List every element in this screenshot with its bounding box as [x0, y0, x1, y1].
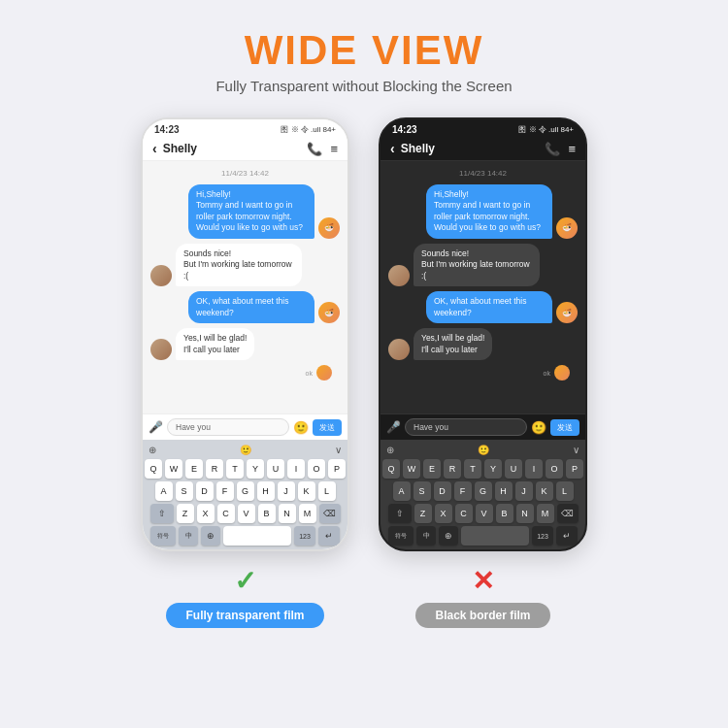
- key-symbol[interactable]: 符号: [150, 526, 176, 546]
- key-backspace-r[interactable]: ⌫: [557, 504, 579, 523]
- input-area-right: 🎤 Have you 🙂 发送: [381, 414, 585, 440]
- key-x[interactable]: X: [197, 504, 215, 523]
- kb-sticker-icon[interactable]: ⊕: [149, 445, 156, 455]
- mic-icon-right[interactable]: 🎤: [386, 420, 401, 434]
- key-g[interactable]: G: [237, 481, 254, 501]
- key-space[interactable]: [223, 526, 291, 546]
- back-arrow-left[interactable]: ‹: [152, 141, 157, 156]
- key-t-r[interactable]: T: [464, 459, 481, 479]
- ok-label-right: ok: [544, 370, 550, 377]
- key-m[interactable]: M: [299, 504, 316, 523]
- key-q-r[interactable]: Q: [382, 459, 400, 479]
- kb-row-1-right: Q W E R T Y U I O P: [382, 459, 583, 479]
- phone-icon-right[interactable]: 📞: [545, 142, 560, 156]
- key-z[interactable]: Z: [177, 504, 194, 523]
- key-r[interactable]: R: [206, 459, 223, 479]
- chat-header-right-info: ‹ Shelly: [390, 141, 435, 156]
- kb-emoji-icon[interactable]: 🙂: [240, 445, 251, 455]
- key-z-r[interactable]: Z: [414, 504, 432, 523]
- key-g-r[interactable]: G: [475, 481, 492, 501]
- key-shift[interactable]: ⇧: [150, 504, 174, 523]
- key-r-r[interactable]: R: [444, 459, 461, 479]
- key-mic-kb-r[interactable]: ⊕: [439, 526, 458, 546]
- key-v[interactable]: V: [238, 504, 255, 523]
- key-j[interactable]: J: [278, 481, 295, 501]
- key-c[interactable]: C: [217, 504, 235, 523]
- key-a[interactable]: A: [155, 481, 173, 501]
- key-symbol-r[interactable]: 符号: [388, 526, 414, 546]
- input-field-left[interactable]: Have you: [167, 418, 289, 436]
- msg-row-1-left: Hi,Shelly!Tommy and I want to go in roll…: [150, 184, 340, 239]
- key-s[interactable]: S: [176, 481, 193, 501]
- key-k[interactable]: K: [298, 481, 315, 501]
- key-y-r[interactable]: Y: [484, 459, 502, 479]
- mic-icon-left[interactable]: 🎤: [149, 420, 163, 434]
- key-enter-r[interactable]: ↵: [556, 526, 578, 546]
- menu-icon-right[interactable]: ≡: [568, 142, 576, 156]
- key-n-r[interactable]: N: [516, 504, 534, 523]
- send-btn-right[interactable]: 发送: [550, 419, 579, 436]
- key-chinese-r[interactable]: 中: [416, 526, 436, 546]
- bubble-3-left: OK, what about meet this weekend?: [188, 291, 314, 323]
- key-enter[interactable]: ↵: [318, 526, 340, 546]
- key-h[interactable]: H: [257, 481, 275, 501]
- key-n[interactable]: N: [279, 504, 296, 523]
- key-h-r[interactable]: H: [495, 481, 513, 501]
- status-bar-right: 14:23 图 ※ 令 .ull 84+: [381, 119, 585, 137]
- key-y[interactable]: Y: [247, 459, 264, 479]
- key-i[interactable]: I: [287, 459, 305, 479]
- key-l-r[interactable]: L: [556, 481, 574, 501]
- key-v-r[interactable]: V: [476, 504, 493, 523]
- key-e-r[interactable]: E: [423, 459, 441, 479]
- key-shift-r[interactable]: ⇧: [388, 504, 412, 523]
- kb-expand-icon-r[interactable]: ∨: [573, 445, 579, 455]
- kb-emoji-icon-r[interactable]: 🙂: [478, 445, 489, 455]
- msg-row-4-right: Yes,I will be glad!I'll call you later: [388, 328, 578, 360]
- key-mic-kb[interactable]: ⊕: [201, 526, 220, 546]
- kb-expand-icon[interactable]: ∨: [335, 445, 342, 455]
- phone-icon-left[interactable]: 📞: [307, 142, 322, 156]
- menu-icon-left[interactable]: ≡: [330, 142, 338, 156]
- key-t[interactable]: T: [226, 459, 244, 479]
- kb-sticker-icon-r[interactable]: ⊕: [386, 445, 394, 455]
- key-o-r[interactable]: O: [546, 459, 563, 479]
- key-chinese[interactable]: 中: [179, 526, 198, 546]
- key-m-r[interactable]: M: [537, 504, 554, 523]
- key-123[interactable]: 123: [294, 526, 315, 546]
- key-i-r[interactable]: I: [525, 459, 543, 479]
- key-w-r[interactable]: W: [403, 459, 420, 479]
- key-f[interactable]: F: [216, 481, 234, 501]
- key-s-r[interactable]: S: [414, 481, 431, 501]
- key-u[interactable]: U: [267, 459, 284, 479]
- key-e[interactable]: E: [185, 459, 203, 479]
- key-123-r[interactable]: 123: [532, 526, 553, 546]
- key-j-r[interactable]: J: [515, 481, 533, 501]
- key-d[interactable]: D: [196, 481, 214, 501]
- key-b[interactable]: B: [258, 504, 276, 523]
- key-space-r[interactable]: [461, 526, 529, 546]
- emoji-icon-right[interactable]: 🙂: [531, 420, 546, 435]
- key-w[interactable]: W: [165, 459, 182, 479]
- key-p-r[interactable]: P: [566, 459, 583, 479]
- cross-mark: ✕: [472, 565, 494, 597]
- chat-header-icons-left: 📞 ≡: [307, 142, 338, 156]
- emoji-icon-left[interactable]: 🙂: [293, 420, 309, 435]
- key-backspace[interactable]: ⌫: [319, 504, 341, 523]
- key-p[interactable]: P: [328, 459, 346, 479]
- key-q[interactable]: Q: [145, 459, 162, 479]
- key-a-r[interactable]: A: [393, 481, 411, 501]
- key-d-r[interactable]: D: [434, 481, 451, 501]
- keyboard-left: ⊕ 🙂 ∨ Q W E R T Y U I O P A S D F G: [143, 440, 347, 549]
- key-u-r[interactable]: U: [505, 459, 522, 479]
- key-b-r[interactable]: B: [496, 504, 513, 523]
- key-c-r[interactable]: C: [455, 504, 473, 523]
- key-l[interactable]: L: [318, 481, 336, 501]
- send-btn-left[interactable]: 发送: [313, 419, 342, 436]
- key-x-r[interactable]: X: [435, 504, 452, 523]
- key-f-r[interactable]: F: [454, 481, 472, 501]
- chat-header-left: ‹ Shelly 📞 ≡: [143, 137, 347, 161]
- input-field-right[interactable]: Have you: [405, 418, 527, 436]
- key-k-r[interactable]: K: [536, 481, 553, 501]
- key-o[interactable]: O: [308, 459, 325, 479]
- back-arrow-right[interactable]: ‹: [390, 141, 395, 156]
